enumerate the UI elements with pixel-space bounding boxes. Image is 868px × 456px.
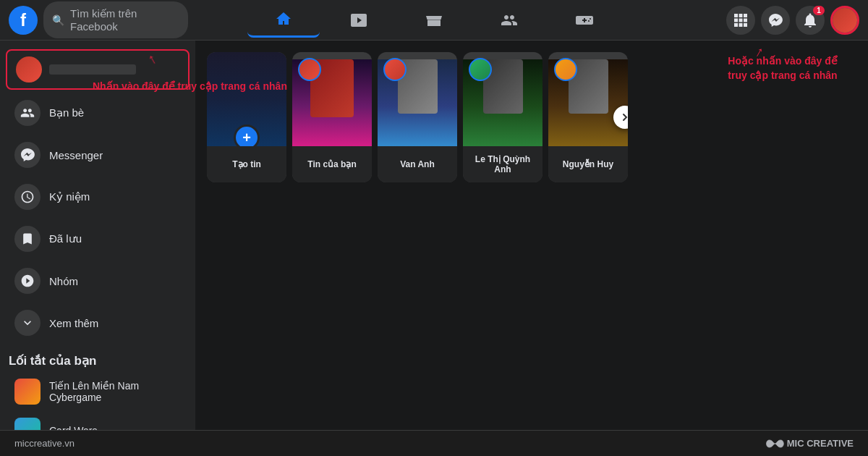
sidebar-saved-label: Đã lưu: [49, 232, 82, 245]
sidebar-item-more[interactable]: Xem thêm: [6, 303, 190, 343]
brand-logo: MIC CREATIVE: [764, 437, 854, 450]
notification-badge: 1: [813, 6, 825, 15]
story-van-anh-bottom: Van Anh: [378, 146, 457, 182]
facebook-f-icon: f: [20, 12, 26, 29]
story-ban-label: Tin của bạn: [305, 159, 359, 169]
annotation-left: Nhấn vào đây để truy cập trang cá nhân: [93, 80, 287, 94]
more-icon: [14, 310, 41, 336]
groups-icon: [14, 268, 41, 294]
avatar-image: [833, 8, 857, 33]
nav-left: f 🔍 Tìm kiếm trên Facebook: [9, 1, 197, 38]
shortcut-tien-len[interactable]: Tiến Lên Miền Nam Cybergame: [6, 373, 190, 410]
story-le-thi-avatar: [469, 58, 492, 81]
notifications-button[interactable]: 1: [796, 6, 825, 35]
annotation-right-text: Hoặc nhấn vào đây để truy cập trang cá n…: [728, 55, 837, 81]
story-nguyen-huy-label: Nguyễn Huy: [560, 159, 616, 169]
story-van-anh-label: Van Anh: [397, 159, 438, 169]
story-create-bottom: Tạo tin: [207, 146, 286, 182]
story-ban-bottom: Tin của bạn: [292, 146, 372, 182]
svg-rect-8: [744, 23, 747, 27]
sidebar-user-avatar: [16, 56, 42, 83]
bottom-bar: miccreative.vn MIC CREATIVE: [0, 430, 868, 456]
svg-rect-1: [739, 14, 743, 17]
svg-rect-0: [734, 14, 738, 17]
nav-watch-button[interactable]: [323, 3, 395, 38]
nav-center: [247, 3, 621, 38]
story-le-thi-label: Le Thị Quỳnh Anh: [463, 154, 542, 174]
profile-avatar-nav[interactable]: [830, 6, 859, 35]
top-navigation: f 🔍 Tìm kiếm trên Facebook: [0, 0, 868, 41]
sidebar-item-friends[interactable]: Bạn bè: [6, 93, 190, 133]
nav-gaming-button[interactable]: [548, 3, 621, 38]
memories-icon: [14, 184, 41, 210]
svg-rect-6: [734, 23, 738, 27]
main-layout: Bạn bè Messenger Kỷ niệm Đã lưu Nhóm: [0, 41, 868, 456]
brand-name: MIC CREATIVE: [787, 438, 854, 449]
sidebar-friends-label: Bạn bè: [49, 106, 84, 119]
messenger-sidebar-icon: [14, 142, 41, 168]
facebook-logo[interactable]: f: [9, 6, 38, 35]
messenger-button[interactable]: [761, 6, 790, 35]
story-create-label: Tạo tin: [229, 159, 264, 169]
sidebar-username: [49, 64, 136, 75]
nav-right: 1: [671, 6, 859, 35]
story-le-thi[interactable]: Le Thị Quỳnh Anh: [463, 52, 542, 182]
mic-creative-icon: [764, 437, 784, 450]
shortcuts-section-title: Lối tắt của bạn: [0, 345, 195, 371]
shortcut-icon-tien-len: [14, 379, 41, 405]
sidebar-item-saved[interactable]: Đã lưu: [6, 219, 190, 259]
sidebar-groups-label: Nhóm: [49, 275, 78, 287]
main-content: + Tạo tin Tin của bạn: [195, 41, 868, 456]
sidebar-item-groups[interactable]: Nhóm: [6, 261, 190, 301]
sidebar-item-messenger[interactable]: Messenger: [6, 135, 190, 175]
saved-icon: [14, 226, 41, 252]
story-nguyen-huy[interactable]: Nguyễn Huy: [548, 52, 628, 182]
story-nguyen-huy-avatar: [554, 58, 577, 81]
search-box[interactable]: 🔍 Tìm kiếm trên Facebook: [43, 1, 188, 38]
svg-rect-5: [744, 18, 747, 22]
svg-rect-4: [739, 18, 743, 22]
story-van-anh[interactable]: Van Anh: [378, 52, 457, 182]
svg-rect-2: [744, 14, 747, 17]
nav-friends-button[interactable]: [473, 3, 545, 38]
sidebar-more-label: Xem thêm: [49, 317, 98, 329]
story-nguyen-huy-bottom: Nguyễn Huy: [548, 146, 628, 182]
story-ban-avatar: [298, 58, 321, 81]
search-icon: 🔍: [52, 14, 64, 26]
sidebar-item-memories[interactable]: Kỷ niệm: [6, 177, 190, 217]
sidebar: Bạn bè Messenger Kỷ niệm Đã lưu Nhóm: [0, 41, 195, 456]
nav-marketplace-button[interactable]: [398, 3, 470, 38]
search-placeholder: Tìm kiếm trên Facebook: [70, 7, 179, 33]
friends-icon: [14, 100, 41, 126]
annotation-right: Hoặc nhấn vào đây để truy cập trang cá n…: [718, 54, 848, 83]
story-ban[interactable]: Tin của bạn: [292, 52, 372, 182]
sidebar-messenger-label: Messenger: [49, 149, 103, 161]
story-le-thi-bottom: Le Thị Quỳnh Anh: [463, 146, 542, 182]
svg-rect-7: [739, 23, 743, 27]
apps-grid-button[interactable]: [726, 6, 755, 35]
annotation-left-text: Nhấn vào đây để truy cập trang cá nhân: [93, 80, 287, 92]
sidebar-memories-label: Kỷ niệm: [49, 190, 90, 203]
svg-rect-3: [734, 18, 738, 22]
story-van-anh-avatar: [383, 58, 407, 81]
website-label: miccreative.vn: [14, 438, 75, 449]
story-create-card[interactable]: + Tạo tin: [207, 52, 286, 182]
nav-home-button[interactable]: [247, 3, 320, 38]
shortcut-label-tien-len: Tiến Lên Miền Nam Cybergame: [49, 380, 181, 403]
